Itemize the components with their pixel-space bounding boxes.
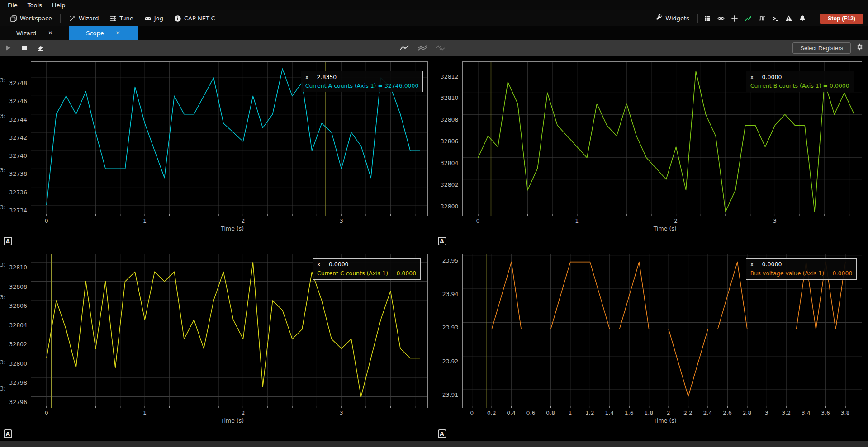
tooltip-series-value: Current C counts (Axis 1) = 0.0000	[317, 269, 416, 278]
plot-area[interactable]: x = 0.0000Current C counts (Axis 1) = 0.…	[31, 254, 428, 408]
wand-icon	[69, 15, 76, 22]
toolbar-button-label: Tune	[119, 15, 133, 22]
menu-item-file[interactable]: File	[3, 2, 23, 9]
clipped-axis-label: 3:	[0, 359, 5, 366]
y-tick-label: 32748	[9, 80, 27, 86]
chart-current-c[interactable]: 3279632798328003280232804328063280832810…	[0, 248, 434, 441]
y-tick-label: 32800	[441, 203, 459, 210]
menu-item-tools[interactable]: Tools	[23, 2, 47, 9]
toolbar-button-label: Workspace	[20, 15, 52, 22]
eye-icon	[717, 15, 725, 22]
x-axis-labels: 0123	[434, 216, 868, 225]
play-icon[interactable]	[5, 44, 12, 52]
scope-chart-grid: 3273432736327383274032742327443274632748…	[0, 56, 868, 441]
gear-icon[interactable]	[856, 43, 863, 52]
toolbar-divider	[697, 14, 698, 23]
clipped-axis-label: 3:	[0, 294, 5, 301]
jog-button[interactable]: Jog	[139, 10, 169, 26]
tooltip-series-value: Current B counts (Axis 1) = 0.0000	[750, 81, 849, 90]
toolbar-button-label: CAP-NET-C	[184, 15, 215, 22]
toolbar-divider	[812, 14, 812, 23]
cursor-tooltip: x = 0.0000Bus voltage value (Axis 1) = 0…	[746, 258, 857, 280]
toolbar-button-label: Wizard	[79, 15, 99, 22]
x-axis-title: Time (s)	[0, 417, 434, 425]
clipped-axis-label: 3:	[0, 113, 5, 119]
x-axis-labels: 0123	[0, 408, 434, 417]
plot-row: 3279632798328003280232804328063280832810…	[0, 248, 434, 408]
autoscale-button[interactable]: A	[438, 237, 446, 245]
toolbar-divider	[60, 14, 61, 23]
workspace-button[interactable]: Workspace	[5, 10, 57, 26]
stop-button[interactable]: Stop (F12)	[820, 14, 863, 24]
autoscale-button[interactable]: A	[438, 429, 446, 438]
tooltip-x-value: x = 0.0000	[317, 260, 416, 268]
plot-area[interactable]: x = 2.8350Current A counts (Axis 1) = 32…	[31, 61, 428, 216]
line-chart-icon-button[interactable]	[741, 12, 755, 25]
x-axis-labels: 0123	[0, 216, 434, 225]
x-axis-title: Time (s)	[0, 225, 434, 233]
chart-bus-voltage[interactable]: 23.9123.9223.9323.9423.95x = 0.0000Bus v…	[434, 248, 868, 441]
table-icon	[704, 15, 711, 22]
y-tick-label: 23.94	[442, 291, 459, 297]
tab-wizard[interactable]: Wizard✕	[0, 26, 69, 40]
y-tick-label: 32812	[441, 73, 459, 80]
plot-area[interactable]: x = 0.0000Bus voltage value (Axis 1) = 0…	[462, 254, 862, 408]
x-tick-label: 1	[133, 409, 156, 416]
sliders-icon	[109, 15, 117, 22]
x-tick-label: 3	[330, 409, 353, 416]
status-bar	[0, 441, 868, 447]
cap-net-c-button[interactable]: CAP-NET-C	[169, 10, 221, 26]
y-tick-label: 32802	[9, 341, 27, 348]
widgets-button-label: Widgets	[665, 15, 689, 22]
eraser-icon[interactable]	[37, 44, 44, 52]
x-axis-labels: 00.20.40.60.811.21.41.61.822.22.42.62.83…	[434, 408, 868, 417]
bell-icon	[799, 15, 806, 22]
wizard-button[interactable]: Wizard	[63, 10, 104, 26]
x-tick-label: 1	[565, 217, 588, 224]
tooltip-x-value: x = 0.0000	[750, 73, 849, 81]
plot-area[interactable]: x = 0.0000Current B counts (Axis 1) = 0.…	[462, 61, 862, 216]
plot-row: 23.9123.9223.9323.9423.95x = 0.0000Bus v…	[434, 248, 868, 408]
stop-icon[interactable]	[21, 44, 28, 52]
single-plot-icon[interactable]	[399, 44, 409, 52]
chart-current-b[interactable]: 32800328023280432806328083281032812x = 0…	[434, 56, 868, 248]
x-tick-label: 2	[232, 409, 254, 416]
y-tick-label: 23.91	[442, 391, 459, 398]
x-tick-label: 3	[330, 217, 353, 224]
y-tick-label: 32804	[9, 322, 27, 329]
terminal-icon-button[interactable]	[768, 12, 782, 25]
tooltip-series-value: Bus voltage value (Axis 1) = 0.0000	[750, 269, 853, 278]
x-tick-label: 0	[35, 409, 58, 416]
tab-scope[interactable]: Scope✕	[69, 26, 138, 40]
y-tick-label: 32798	[9, 379, 27, 386]
square-wave-icon-button[interactable]	[755, 12, 768, 25]
y-tick-label: 32806	[9, 302, 27, 309]
overlay-plot-icon[interactable]	[417, 44, 427, 52]
move-icon-button[interactable]	[728, 12, 741, 25]
autoscale-button[interactable]: A	[4, 237, 12, 245]
autoscale-button[interactable]: A	[4, 429, 12, 438]
menu-item-help[interactable]: Help	[47, 2, 71, 9]
close-icon[interactable]: ✕	[116, 30, 120, 36]
widgets-button[interactable]: Widgets	[650, 10, 695, 26]
y-tick-label: 32742	[9, 134, 27, 141]
tab-label: Wizard	[16, 30, 36, 37]
table-icon-button[interactable]	[701, 12, 714, 25]
close-icon[interactable]: ✕	[48, 30, 52, 36]
tab-bar: Wizard✕Scope✕	[0, 26, 868, 40]
tune-button[interactable]: Tune	[104, 10, 138, 26]
eye-icon-button[interactable]	[714, 12, 728, 25]
warning-icon-button[interactable]	[782, 12, 796, 25]
split-plot-icon[interactable]	[436, 44, 446, 52]
y-tick-label: 32808	[441, 116, 459, 123]
cursor-tooltip: x = 0.0000Current B counts (Axis 1) = 0.…	[746, 71, 854, 93]
info-icon	[174, 15, 181, 22]
y-tick-label: 32810	[441, 94, 459, 101]
bell-icon-button[interactable]	[796, 12, 809, 25]
select-registers-button[interactable]: Select Registers	[792, 42, 851, 54]
y-tick-label: 32740	[9, 152, 27, 159]
chart-current-a[interactable]: 3273432736327383274032742327443274632748…	[0, 56, 434, 248]
clipped-axis-label: 3:	[0, 204, 5, 211]
y-axis-gutter: 32800328023280432806328083281032812	[434, 61, 462, 216]
cursor-tooltip: x = 0.0000Current C counts (Axis 1) = 0.…	[313, 258, 421, 280]
